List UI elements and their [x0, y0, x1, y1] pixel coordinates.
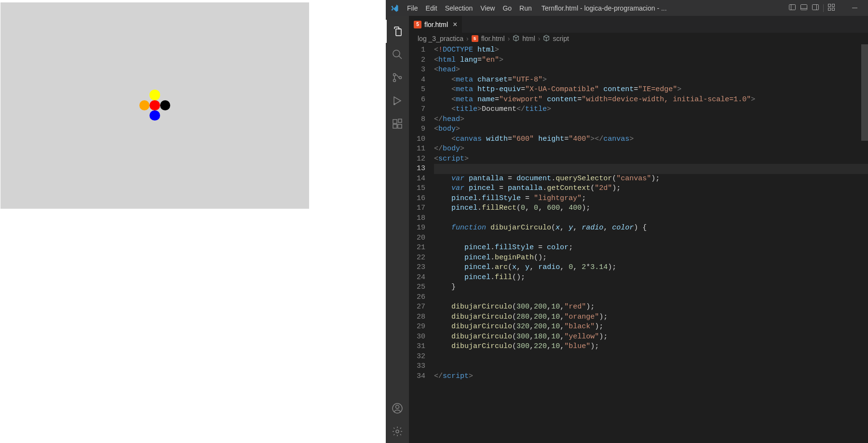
svg-line-12	[399, 56, 402, 59]
source-control-icon[interactable]	[386, 66, 409, 89]
circle-blue	[149, 110, 160, 121]
menu-selection[interactable]: Selection	[441, 2, 477, 14]
svg-rect-7	[832, 4, 835, 7]
tab-flor-html[interactable]: 5 flor.html ×	[409, 16, 462, 33]
window-title: Ternflor.html - logica-de-programacion -…	[538, 4, 787, 12]
circle-black	[160, 100, 170, 110]
chevron-right-icon: ›	[466, 35, 469, 42]
menu-edit[interactable]: Edit	[422, 2, 441, 14]
tab-bar: 5 flor.html ×	[409, 16, 868, 33]
breadcrumb-segment[interactable]: html	[522, 35, 535, 42]
svg-rect-20	[398, 119, 402, 122]
svg-rect-17	[393, 120, 397, 123]
circle-orange	[139, 100, 149, 110]
settings-gear-icon[interactable]	[386, 420, 409, 443]
explorer-icon[interactable]	[386, 20, 409, 43]
svg-rect-2	[801, 5, 807, 10]
close-tab-icon[interactable]: ×	[453, 20, 457, 29]
html5-icon: 5	[414, 21, 421, 28]
layout-customize-icon[interactable]	[827, 3, 835, 13]
layout-right-icon[interactable]	[812, 3, 819, 13]
vscode-logo-icon	[390, 3, 399, 13]
extensions-icon[interactable]	[386, 112, 409, 135]
canvas-output	[0, 2, 309, 209]
svg-point-13	[393, 74, 396, 76]
search-icon[interactable]	[386, 43, 409, 66]
accounts-icon[interactable]	[386, 397, 409, 420]
editor-area: 5 flor.html × log _3_practica › 5 flor.h…	[409, 16, 868, 443]
circle-red	[149, 100, 160, 110]
menu-view[interactable]: View	[476, 2, 499, 14]
activity-bar	[386, 16, 409, 443]
rendered-page	[0, 0, 386, 443]
code-content[interactable]: <!DOCTYPE html><html lang="en"><head> <m…	[434, 44, 868, 443]
symbol-icon	[513, 35, 519, 43]
breadcrumb-segment[interactable]: flor.html	[481, 35, 505, 42]
svg-rect-18	[393, 124, 397, 128]
breadcrumb-segment[interactable]: script	[553, 35, 569, 42]
svg-point-22	[396, 405, 399, 409]
menu-bar: FileEditSelectionViewGoRun	[403, 2, 536, 14]
menu-file[interactable]: File	[403, 2, 422, 14]
tab-label: flor.html	[424, 21, 448, 28]
svg-rect-0	[789, 5, 796, 10]
menu-go[interactable]: Go	[499, 2, 515, 14]
titlebar: FileEditSelectionViewGoRun Ternflor.html…	[386, 0, 868, 16]
code-editor[interactable]: 1234567891011121314151617181920212223242…	[409, 44, 868, 443]
svg-rect-9	[832, 8, 835, 11]
layout-controls	[788, 3, 835, 13]
line-gutter: 1234567891011121314151617181920212223242…	[409, 44, 434, 443]
svg-point-15	[399, 77, 402, 79]
svg-point-11	[393, 50, 400, 57]
circle-yellow	[149, 90, 160, 100]
html5-icon: 5	[472, 35, 478, 42]
svg-rect-19	[398, 124, 402, 128]
minimize-button[interactable]	[845, 0, 864, 16]
layout-left-icon[interactable]	[788, 3, 796, 13]
breadcrumb[interactable]: log _3_practica › 5 flor.html › html › s…	[409, 33, 868, 44]
vertical-scrollbar[interactable]	[861, 44, 868, 443]
svg-point-16	[393, 103, 395, 105]
svg-point-23	[396, 430, 399, 433]
svg-rect-4	[813, 5, 819, 10]
symbol-icon	[543, 35, 550, 43]
breadcrumb-segment[interactable]: log _3_practica	[418, 35, 463, 42]
svg-point-14	[393, 80, 396, 82]
run-debug-icon[interactable]	[386, 89, 409, 112]
layout-bottom-icon[interactable]	[800, 3, 808, 13]
svg-rect-6	[828, 4, 831, 7]
vscode-window: FileEditSelectionViewGoRun Ternflor.html…	[386, 0, 868, 443]
chevron-right-icon: ›	[538, 35, 541, 42]
svg-rect-8	[828, 8, 831, 11]
chevron-right-icon: ›	[508, 35, 510, 42]
menu-run[interactable]: Run	[515, 2, 536, 14]
